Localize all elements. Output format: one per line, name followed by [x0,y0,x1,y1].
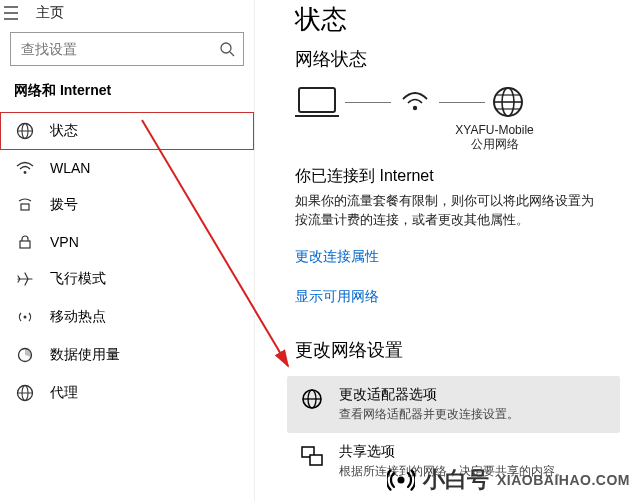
svg-rect-10 [20,241,30,248]
link-change-props[interactable]: 更改连接属性 [295,248,379,266]
wifi-icon [16,161,36,175]
svg-point-11 [24,316,27,319]
sidebar-item-datausage[interactable]: 数据使用量 [0,336,254,374]
sharing-icon [299,443,325,469]
sidebar-item-hotspot[interactable]: 移动热点 [0,298,254,336]
svg-point-3 [221,43,231,53]
page-title: 状态 [295,2,620,37]
sidebar-item-label: 飞行模式 [50,270,106,288]
ssid-label: XYAFU-Mobile [369,123,620,137]
setting-sharing-options[interactable]: 共享选项 根据所连接到的网络，决定要共享的内容。 [295,433,620,490]
search-box[interactable] [10,32,244,66]
topbar: 主页 [0,0,254,22]
search-input[interactable] [19,40,219,58]
proxy-icon [16,384,36,402]
change-settings-heading: 更改网络设置 [295,338,620,362]
sidebar-item-label: 代理 [50,384,78,402]
setting-title: 共享选项 [339,443,567,461]
sidebar-item-label: WLAN [50,160,90,176]
sidebar-item-label: 数据使用量 [50,346,120,364]
hotspot-icon [16,309,36,325]
sidebar-item-label: 拨号 [50,196,78,214]
setting-desc: 根据所连接到的网络，决定要共享的内容。 [339,463,567,480]
dialup-icon [16,198,36,212]
home-label[interactable]: 主页 [36,4,64,22]
sidebar-item-label: VPN [50,234,79,250]
search-icon [219,41,235,57]
airplane-icon [16,271,36,287]
sidebar-item-dialup[interactable]: 拨号 [0,186,254,224]
sidebar-item-vpn[interactable]: VPN [0,224,254,260]
status-icon [16,122,36,140]
nav-list: 状态 WLAN 拨号 VPN [0,112,254,412]
link-show-networks[interactable]: 显示可用网络 [295,288,379,306]
svg-rect-9 [21,204,29,210]
globe-icon [491,85,525,119]
setting-title: 更改适配器选项 [339,386,519,404]
setting-desc: 查看网络适配器并更改连接设置。 [339,406,519,423]
network-diagram [295,85,620,119]
sidebar-item-status[interactable]: 状态 [0,112,254,150]
datausage-icon [16,347,36,363]
svg-point-8 [24,171,27,174]
sidebar-item-wlan[interactable]: WLAN [0,150,254,186]
svg-rect-28 [310,455,322,465]
sidebar: 主页 网络和 Internet 状态 WLAN [0,0,255,501]
connected-title: 你已连接到 Internet [295,166,620,187]
connected-desc: 如果你的流量套餐有限制，则你可以将此网络设置为按流量计费的连接，或者更改其他属性… [295,191,595,230]
svg-point-18 [413,106,417,110]
menu-icon[interactable] [4,6,26,20]
router-icon [397,87,433,117]
main-content: 状态 网络状态 XYAFU-Mobile 公用网络 你已连接到 Internet… [255,0,640,501]
device-icon [295,85,339,119]
vpn-icon [16,235,36,249]
setting-troubleshoot[interactable]: 网络 诊断 [295,490,620,501]
svg-rect-16 [299,88,335,112]
diagram-caption: XYAFU-Mobile 公用网络 [369,123,620,152]
category-label: 网络和 Internet [0,74,254,108]
sidebar-item-airplane[interactable]: 飞行模式 [0,260,254,298]
adapter-icon [299,386,325,412]
svg-line-4 [230,52,234,56]
sidebar-item-label: 状态 [50,122,78,140]
sidebar-item-label: 移动热点 [50,308,106,326]
network-status-heading: 网络状态 [295,47,620,71]
network-type-label: 公用网络 [369,137,620,151]
setting-adapter-options[interactable]: 更改适配器选项 查看网络适配器并更改连接设置。 [287,376,620,433]
sidebar-item-proxy[interactable]: 代理 [0,374,254,412]
